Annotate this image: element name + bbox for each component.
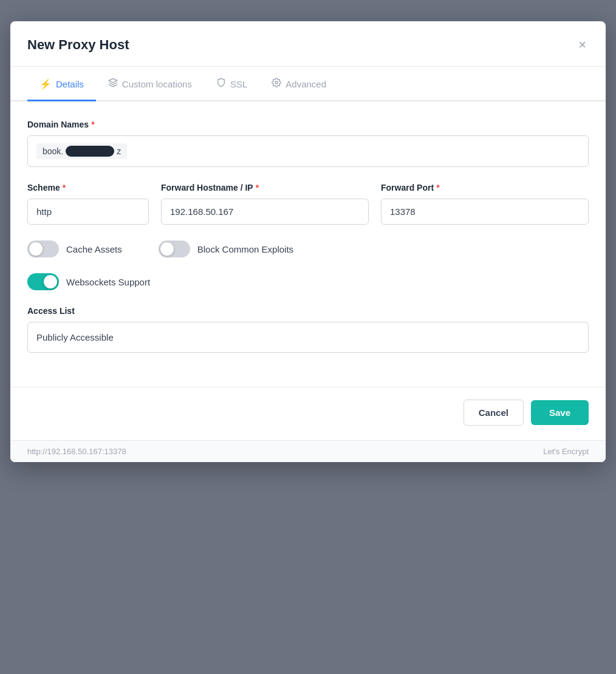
modal-footer: Cancel Save [10,387,606,440]
block-exploits-toggle[interactable] [159,240,190,257]
forward-hostname-label: Forward Hostname / IP * [161,183,369,192]
svg-marker-0 [109,78,117,83]
modal-header: New Proxy Host × [10,21,606,67]
modal-title: New Proxy Host [27,37,129,53]
cache-assets-toggle-item: Cache Assets [27,240,122,257]
block-exploits-label: Block Common Exploits [197,244,293,254]
cache-block-toggles-row: Cache Assets Block Common Exploits [27,240,589,257]
forward-port-input[interactable] [381,199,589,225]
websockets-row: Websockets Support [27,273,589,290]
forward-hostname-input[interactable] [161,199,369,225]
websockets-thumb [44,275,57,288]
required-indicator: * [91,120,94,129]
scheme-hostname-port-row: Scheme * Forward Hostname / IP * Forward… [27,183,589,225]
cache-assets-toggle[interactable] [27,240,59,257]
svg-point-1 [275,81,278,84]
modal-dialog: New Proxy Host × ⚡ Details Custom locati… [10,21,606,462]
modal-body: Domain Names * book.z Scheme * [10,101,606,387]
access-list-field: Access List Publicly Accessible [27,306,589,353]
cache-assets-track [27,240,59,257]
close-button[interactable]: × [576,36,589,54]
tab-advanced[interactable]: Advanced [259,67,338,101]
forward-hostname-field: Forward Hostname / IP * [161,183,369,225]
domain-tag: book.z [36,143,127,159]
cancel-button[interactable]: Cancel [464,400,524,426]
forward-port-field: Forward Port * [381,183,589,225]
scheme-field: Scheme * [27,183,149,225]
scheme-required: * [63,183,66,192]
cache-assets-thumb [29,242,43,256]
tab-ssl[interactable]: SSL [204,67,259,101]
tabs-bar: ⚡ Details Custom locations [10,67,606,101]
tab-custom-locations[interactable]: Custom locations [96,67,204,101]
gear-icon [272,78,281,90]
forward-port-label: Forward Port * [381,183,589,192]
block-exploits-thumb [160,242,174,256]
save-button[interactable]: Save [531,400,589,425]
block-exploits-toggle-item: Block Common Exploits [159,240,293,257]
access-list-select[interactable]: Publicly Accessible [27,322,589,353]
websockets-track [27,273,59,290]
websockets-toggle[interactable] [27,273,59,290]
lightning-icon: ⚡ [39,78,52,90]
domain-names-field: Domain Names * book.z [27,120,589,167]
block-exploits-track [159,240,190,257]
websockets-label: Websockets Support [66,277,150,287]
bottom-hint-bar: http://192.168.50.167:13378 Let's Encryp… [10,440,606,462]
domain-names-input[interactable]: book.z [27,135,589,167]
port-required: * [436,183,439,192]
scheme-label: Scheme * [27,183,149,192]
bottom-hint-right: Let's Encrypt [543,447,589,456]
domain-names-label: Domain Names * [27,120,589,129]
tab-details[interactable]: ⚡ Details [27,67,96,101]
modal-overlay: New Proxy Host × ⚡ Details Custom locati… [10,12,606,674]
redacted-domain [66,146,114,157]
bottom-hint-left: http://192.168.50.167:13378 [27,447,126,456]
access-list-label: Access List [27,306,589,316]
bottom-hint-row: http://192.168.50.167:13378 Let's Encryp… [27,447,589,456]
scheme-input[interactable] [27,199,149,225]
layers-icon [108,78,118,90]
cache-assets-label: Cache Assets [66,244,122,254]
shield-icon [216,78,226,90]
hostname-required: * [256,183,259,192]
